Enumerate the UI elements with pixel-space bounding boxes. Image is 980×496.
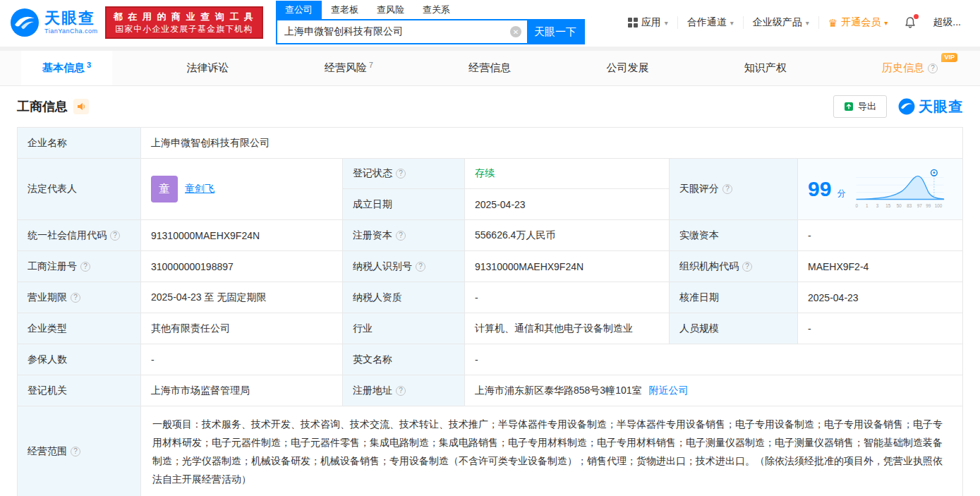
nearby-companies-link[interactable]: 附近公司	[649, 385, 689, 397]
english-name-label-cell: 英文名称	[343, 344, 465, 375]
table-row: 法定代表人 童 童剑飞 登记状态 ? 存续 成立日期 2025-04-23 天眼…	[18, 159, 962, 220]
clear-search-icon[interactable]: ✕	[510, 26, 521, 37]
logo-text: 天眼查 TianYanCha.com	[44, 11, 98, 35]
field-label: 人员规模	[679, 322, 719, 335]
tianyan-score: 99	[808, 179, 831, 200]
score-distribution-chart: 0 1 3 15 50 83 97 99 100	[851, 168, 950, 210]
search-tab-boss[interactable]: 查老板	[322, 1, 368, 19]
section-header: 工商信息 导出 天眼查	[17, 86, 963, 127]
field-label: 登记机关	[28, 385, 67, 397]
nav-apps-label: 应用	[641, 16, 661, 29]
help-icon[interactable]: ?	[71, 293, 80, 303]
business-info-table: 企业名称 上海申微智创科技有限公司 法定代表人 童 童剑飞 登记状态 ? 存续 …	[17, 127, 963, 496]
reg-capital-value-cell: 556626.4万人民币	[465, 220, 670, 250]
tab-operating-info[interactable]: 经营信息	[447, 51, 532, 85]
field-label: 实缴资本	[679, 229, 719, 242]
tab-label: 法律诉讼	[186, 61, 229, 75]
field-label: 成立日期	[353, 198, 392, 211]
section-title: 工商信息	[17, 98, 68, 115]
help-icon[interactable]: ?	[396, 231, 406, 241]
company-name-value-cell: 上海申微智创科技有限公司	[141, 128, 962, 158]
search-tab-company[interactable]: 查公司	[276, 1, 322, 19]
tab-history-info[interactable]: 历史信息 ? VIP	[861, 51, 959, 85]
search-button[interactable]: 天眼一下	[527, 20, 583, 43]
export-button[interactable]: 导出	[833, 95, 887, 118]
nav-membership-label: 开通会员	[841, 16, 881, 29]
company-type-value-cell: 其他有限责任公司	[141, 313, 343, 344]
search-box: ✕ 天眼一下	[276, 19, 585, 44]
reg-status-value-cell: 存续	[465, 159, 670, 189]
legal-rep-link[interactable]: 童剑飞	[185, 183, 214, 195]
logo-name: 天眼查	[44, 11, 98, 26]
legal-rep-avatar[interactable]: 童	[151, 176, 178, 202]
tab-count: 7	[369, 61, 373, 69]
chevron-down-icon: ▾	[884, 19, 888, 27]
help-icon[interactable]: ?	[71, 447, 80, 456]
establish-date-value-cell: 2025-04-23	[465, 189, 670, 219]
tab-basic-info[interactable]: 基本信息 3	[21, 51, 112, 85]
svg-text:1: 1	[866, 203, 869, 208]
reg-authority-value-cell: 上海市市场监督管理局	[141, 375, 343, 406]
export-label: 导出	[858, 100, 876, 113]
field-label: 参保人数	[28, 353, 67, 366]
field-label: 工商注册号	[28, 260, 77, 273]
business-term-label-cell: 营业期限 ?	[18, 282, 141, 313]
search-tab-relation[interactable]: 查关系	[413, 1, 459, 19]
tab-company-development[interactable]: 公司发展	[585, 51, 670, 85]
table-row: 参保人数 - 英文名称 -	[18, 344, 962, 375]
nav-open-membership[interactable]: ♛ 开通会员 ▾	[818, 16, 897, 29]
banner-line1: 都 在 用 的 商 业 查 询 工 具	[114, 11, 255, 23]
field-label: 英文名称	[353, 353, 392, 366]
business-term-value-cell: 2025-04-23 至 无固定期限	[141, 282, 343, 313]
tab-intellectual-property[interactable]: 知识产权	[723, 51, 808, 85]
credit-code-value-cell: 91310000MAEHX9F24N	[141, 220, 343, 250]
search-tabs: 查公司 查老板 查风险 查关系	[276, 1, 585, 19]
reg-status-label-cell: 登记状态 ?	[343, 159, 465, 189]
reg-address-value-cell: 上海市浦东新区泰华路858号3幢101室 附近公司	[465, 375, 962, 406]
insured-count-value-cell: -	[141, 344, 343, 375]
tab-label: 基本信息	[42, 61, 85, 75]
nav-partner[interactable]: 合作通道 ▾	[677, 16, 743, 29]
horn-icon-glyph	[76, 102, 86, 111]
main-content: 工商信息 导出 天眼查	[0, 86, 980, 496]
english-name-value-cell: -	[465, 344, 962, 375]
table-row: 企业类型 其他有限责任公司 行业 计算机、通信和其他电子设备制造业 人员规模 -	[18, 313, 962, 344]
help-icon[interactable]: ?	[396, 169, 406, 179]
tab-operating-risk[interactable]: 经营风险 7	[303, 51, 394, 85]
reg-address-text: 上海市浦东新区泰华路858号3幢101室	[475, 385, 642, 397]
reg-authority-label-cell: 登记机关	[18, 375, 141, 406]
help-icon[interactable]: ?	[928, 63, 938, 73]
help-icon[interactable]: ?	[742, 262, 752, 272]
approval-date-value-cell: 2025-04-23	[798, 282, 962, 313]
help-icon[interactable]: ?	[80, 262, 90, 272]
search-tab-risk[interactable]: 查风险	[368, 1, 413, 19]
company-name-label-cell: 企业名称	[18, 128, 141, 158]
svg-text:3: 3	[876, 203, 879, 208]
staff-size-value-cell: -	[798, 313, 962, 344]
help-icon[interactable]: ?	[396, 386, 406, 396]
nav-enterprise-label: 企业级产品	[753, 16, 802, 29]
notification-bell[interactable]	[897, 16, 924, 29]
announcement-horn-icon[interactable]	[73, 99, 89, 114]
reg-capital-label-cell: 注册资本 ?	[343, 220, 465, 250]
banner-line2: 国家中小企业发展子基金旗下机构	[114, 23, 255, 35]
tab-legal-proceedings[interactable]: 法律诉讼	[165, 51, 250, 85]
help-icon[interactable]: ?	[722, 184, 732, 194]
promo-banner: 都 在 用 的 商 业 查 询 工 具 国家中小企业发展子基金旗下机构	[105, 6, 264, 40]
help-icon[interactable]: ?	[110, 231, 120, 241]
nav-apps[interactable]: 应用 ▾	[619, 16, 677, 29]
help-icon[interactable]: ?	[416, 262, 425, 272]
company-section-tabs: 基本信息 3 法律诉讼 经营风险 7 经营信息 公司发展 知识产权 历史信息 ?…	[0, 51, 980, 86]
nav-enterprise[interactable]: 企业级产品 ▾	[743, 16, 818, 29]
field-label: 组织机构代码	[679, 260, 739, 273]
field-label: 企业名称	[28, 137, 67, 150]
legal-rep-label-cell: 法定代表人	[18, 159, 141, 219]
search-input[interactable]	[277, 26, 510, 37]
table-row: 营业期限 ? 2025-04-23 至 无固定期限 纳税人资质 - 核准日期 2…	[18, 282, 962, 313]
staff-size-label-cell: 人员规模	[670, 313, 798, 344]
table-row: 工商注册号 ? 310000000198897 纳税人识别号 ? 9131000…	[18, 251, 962, 282]
field-label: 行业	[353, 322, 373, 335]
nav-super-vip[interactable]: 超级...	[924, 16, 970, 29]
svg-text:97: 97	[917, 203, 922, 208]
tianyancha-logo[interactable]: 天眼查 TianYanCha.com	[10, 8, 98, 37]
